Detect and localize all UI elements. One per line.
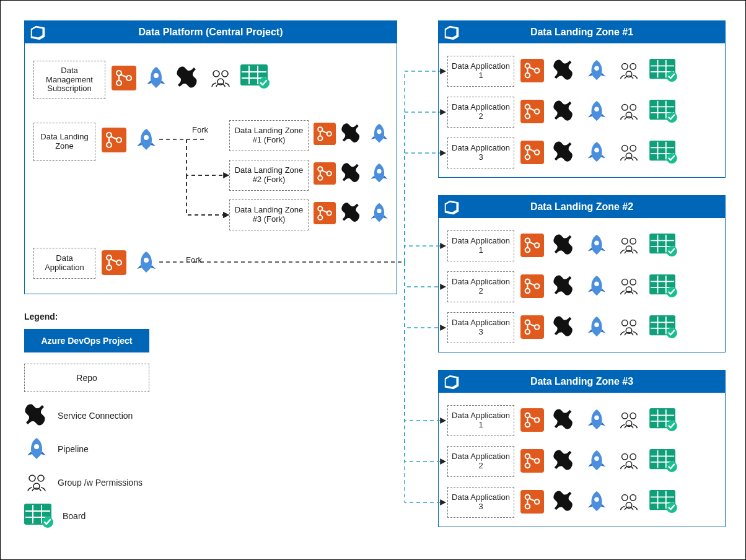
board-icon — [649, 408, 678, 432]
repo-icon — [520, 274, 545, 298]
repo-app-1: Data Application 1 — [447, 405, 514, 436]
project-central: Data Platform (Central Project) Data Man… — [24, 20, 397, 294]
pipeline-icon — [584, 274, 609, 298]
legend-pipeline: Pipeline — [24, 437, 89, 462]
board-icon — [649, 274, 678, 298]
group-icon — [617, 100, 641, 123]
pipeline-icon — [584, 490, 609, 514]
project-title: Data Landing Zone #1 — [467, 27, 725, 38]
legend-repo: Repo — [24, 364, 149, 392]
pipeline-icon — [584, 100, 609, 123]
repo-icon — [520, 234, 545, 257]
board-icon — [649, 100, 678, 123]
pipeline-icon — [368, 162, 390, 185]
board-icon — [649, 490, 678, 514]
project-title: Data Landing Zone #3 — [467, 376, 725, 387]
repo-icon — [102, 128, 126, 152]
legend-board: Board — [24, 504, 86, 528]
repo-icon — [314, 162, 336, 185]
pipeline-icon — [134, 128, 159, 152]
group-icon — [617, 315, 641, 339]
legend-group: Group /w Permissions — [24, 470, 143, 495]
repo-app-3: Data Application 3 — [447, 312, 514, 343]
project-header-zone3: Data Landing Zone #3 — [439, 370, 725, 393]
project-zone-1: Data Landing Zone #1 Data Application 1 … — [438, 20, 726, 178]
project-header-zone1: Data Landing Zone #1 — [439, 21, 725, 43]
service-connection-icon — [552, 59, 577, 82]
group-icon — [617, 449, 641, 473]
board-icon — [240, 64, 270, 89]
repo-fork-3: Data Landing Zone #3 (Fork) — [229, 199, 309, 230]
pipeline-icon — [584, 59, 609, 82]
board-icon — [649, 141, 678, 164]
service-connection-icon — [552, 274, 577, 298]
service-connection-icon — [552, 141, 577, 164]
diagram-canvas: Data Platform (Central Project) Data Man… — [0, 0, 746, 560]
pipeline-icon — [368, 123, 390, 145]
repo-icon — [112, 66, 136, 90]
repo-icon — [520, 141, 545, 164]
repo-icon — [520, 100, 545, 123]
repo-icon — [520, 59, 545, 82]
repo-icon — [102, 250, 126, 275]
repo-app-1: Data Application 1 — [447, 230, 514, 261]
pipeline-icon — [584, 315, 609, 339]
fork-label: Fork — [192, 125, 208, 134]
repo-data-application: Data Application — [33, 248, 95, 279]
repo-icon — [520, 490, 545, 514]
devops-icon — [442, 198, 461, 216]
repo-icon — [520, 315, 545, 339]
service-connection-icon — [341, 123, 363, 145]
board-icon — [649, 59, 678, 82]
repo-icon — [314, 202, 336, 224]
service-connection-icon — [552, 408, 577, 432]
service-connection-icon — [552, 234, 577, 257]
service-connection-icon — [176, 66, 201, 90]
pipeline-icon — [368, 202, 390, 224]
devops-icon — [442, 23, 461, 42]
project-title: Data Landing Zone #2 — [467, 201, 725, 212]
project-header-central: Data Platform (Central Project) — [25, 21, 397, 43]
devops-icon — [442, 372, 461, 391]
pipeline-icon — [584, 449, 609, 473]
repo-icon — [520, 449, 545, 473]
repo-data-mgmt: Data Management Subscription — [33, 61, 105, 99]
devops-icon — [29, 23, 47, 42]
pipeline-icon — [584, 408, 609, 432]
group-icon — [24, 470, 49, 495]
pipeline-icon — [24, 437, 49, 462]
group-icon — [208, 66, 233, 90]
service-connection-icon — [24, 403, 49, 428]
project-zone-3: Data Landing Zone #3 Data Application 1 … — [438, 370, 726, 527]
service-connection-icon — [552, 315, 577, 339]
repo-icon — [520, 408, 545, 432]
group-icon — [617, 234, 641, 257]
pipeline-icon — [134, 250, 159, 275]
pipeline-icon — [584, 234, 609, 257]
legend-heading: Legend: — [24, 312, 58, 322]
board-icon — [649, 315, 678, 339]
repo-app-3: Data Application 3 — [447, 487, 514, 518]
repo-app-3: Data Application 3 — [447, 138, 514, 168]
legend-service: Service Connection — [24, 403, 133, 428]
project-title: Data Platform (Central Project) — [53, 27, 397, 38]
service-connection-icon — [552, 449, 577, 473]
pipeline-icon — [144, 66, 169, 90]
pipeline-icon — [584, 141, 609, 164]
board-icon — [649, 234, 678, 257]
group-icon — [617, 59, 641, 82]
project-zone-2: Data Landing Zone #2 Data Application 1 … — [438, 195, 726, 352]
fork-label: Fork — [186, 255, 202, 265]
service-connection-icon — [341, 202, 363, 224]
service-connection-icon — [552, 100, 577, 123]
repo-data-landing-zone: Data Landing Zone — [33, 123, 95, 161]
board-icon — [649, 449, 678, 473]
group-icon — [617, 408, 641, 432]
project-header-zone2: Data Landing Zone #2 — [439, 196, 725, 218]
group-icon — [617, 274, 641, 298]
service-connection-icon — [552, 490, 577, 514]
group-icon — [617, 141, 641, 164]
repo-fork-2: Data Landing Zone #2 (Fork) — [229, 160, 309, 191]
legend-project: Azure DevOps Project — [24, 329, 149, 352]
repo-app-2: Data Application 2 — [447, 97, 514, 128]
